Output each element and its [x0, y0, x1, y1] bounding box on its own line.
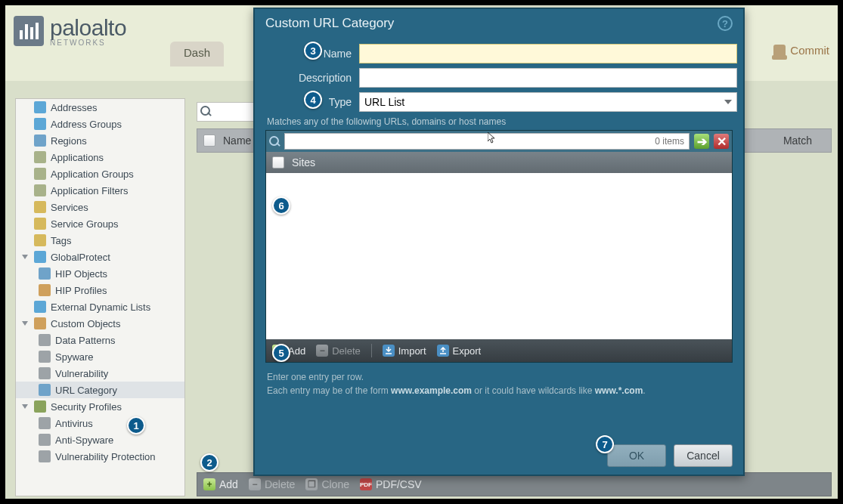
sidebar-item-label: Address Groups [51, 119, 122, 130]
close-icon[interactable]: ✕ [714, 134, 729, 149]
sidebar-item-label: HIP Profiles [55, 285, 107, 296]
type-select[interactable]: URL List [359, 92, 737, 112]
tree-node-icon [39, 417, 51, 429]
dialog-footer: OK Cancel [607, 444, 733, 467]
callout-4: 4 [304, 91, 322, 109]
sites-export-label: Export [453, 345, 482, 357]
sidebar-item-security-profiles[interactable]: Security Profiles [16, 398, 184, 415]
sidebar-item-label: Service Groups [51, 218, 119, 230]
tree-node-icon [39, 434, 51, 446]
grid-col-name[interactable]: Name [223, 135, 251, 147]
sidebar-item-vulnerability-protection[interactable]: Vulnerability Protection [16, 448, 184, 465]
ok-button[interactable]: OK [607, 444, 666, 467]
sidebar-item-label: Application Filters [51, 185, 129, 196]
sidebar-item-globalprotect[interactable]: GlobalProtect [16, 249, 184, 265]
description-input[interactable] [359, 68, 737, 88]
bottom-add-button[interactable]: + Add [203, 478, 238, 490]
sidebar-item-url-category[interactable]: URL Category [16, 382, 184, 398]
match-hint: Matches any of the following URLs, domai… [267, 116, 737, 127]
sidebar-item-data-patterns[interactable]: Data Patterns [16, 332, 184, 348]
main-search[interactable] [197, 102, 257, 122]
bottom-delete-button: − Delete [249, 478, 295, 490]
expand-icon[interactable] [22, 404, 28, 409]
sidebar-item-application-filters[interactable]: Application Filters [16, 182, 184, 199]
sites-panel: ➔ ✕ Sites + Add − Delete [265, 130, 733, 363]
sidebar-item-address-groups[interactable]: Address Groups [16, 116, 184, 132]
sidebar-item-label: External Dynamic Lists [51, 301, 150, 313]
sites-delete-label: Delete [332, 345, 361, 357]
callout-3: 3 [304, 42, 322, 60]
sidebar-item-custom-objects[interactable]: Custom Objects [16, 315, 184, 332]
callout-5: 5 [272, 344, 290, 362]
minus-icon: − [316, 345, 328, 357]
expand-icon[interactable] [22, 321, 28, 326]
sidebar-item-spyware[interactable]: Spyware [16, 348, 184, 365]
callout-2: 2 [200, 453, 218, 472]
tree-node-icon [34, 101, 46, 113]
sites-select-all-checkbox[interactable] [272, 156, 284, 169]
sites-import-button[interactable]: Import [383, 345, 426, 357]
type-value: URL List [364, 96, 404, 108]
help-icon[interactable]: ? [717, 16, 733, 31]
sites-delete-button: − Delete [316, 345, 361, 357]
sites-list-body[interactable] [266, 173, 732, 339]
tree-node-icon [34, 135, 46, 147]
sidebar-item-vulnerability[interactable]: Vulnerability [16, 365, 184, 382]
hint-2d: www.*.com [595, 385, 643, 396]
hint-line-2: Each entry may be of the form www.exampl… [267, 384, 731, 397]
sidebar-item-label: Addresses [51, 102, 97, 113]
brand-logo-text: paloalto [50, 15, 126, 41]
sidebar-item-applications[interactable]: Applications [16, 149, 184, 165]
sidebar-item-label: Anti-Spyware [55, 434, 113, 446]
sidebar-item-label: URL Category [55, 385, 117, 396]
tree-node-icon [39, 450, 51, 462]
brand-logo: paloalto NETWORKS [14, 15, 126, 47]
sidebar-item-regions[interactable]: Regions [16, 132, 184, 149]
sidebar-item-services[interactable]: Services [16, 199, 184, 215]
sidebar-item-label: Tags [51, 235, 71, 246]
sidebar-item-label: Vulnerability Protection [55, 451, 155, 462]
tree-node-icon [39, 367, 51, 379]
import-icon [383, 345, 395, 357]
sidebar-item-external-dynamic-lists[interactable]: External Dynamic Lists [16, 298, 184, 315]
sites-toolbar: + Add − Delete Import Export [266, 339, 732, 362]
tree-node-icon [34, 251, 46, 263]
bottom-pdfcsv-button[interactable]: PDF PDF/CSV [360, 478, 422, 490]
tree-node-icon [34, 151, 46, 163]
bottom-delete-label: Delete [265, 478, 295, 490]
dialog-title-bar[interactable]: Custom URL Category ? [255, 9, 743, 38]
sidebar-item-label: Data Patterns [55, 335, 116, 346]
sites-search-input[interactable] [284, 133, 690, 150]
sidebar[interactable]: AddressesAddress GroupsRegionsApplicatio… [15, 98, 185, 496]
expand-icon[interactable] [22, 255, 28, 259]
sites-add-label: Add [288, 345, 305, 357]
select-all-checkbox[interactable] [203, 135, 215, 147]
hint-2e: . [643, 385, 645, 396]
sites-export-button[interactable]: Export [437, 345, 482, 357]
callout-7: 7 [596, 435, 614, 453]
chevron-down-icon [724, 100, 732, 104]
cancel-button[interactable]: Cancel [674, 444, 733, 467]
search-icon [269, 136, 280, 147]
hint-2c: or it could have wildcards like [472, 385, 595, 396]
go-icon[interactable]: ➔ [694, 134, 709, 149]
sidebar-item-tags[interactable]: Tags [16, 232, 184, 249]
sidebar-item-label: Application Groups [51, 169, 134, 180]
tree-node-icon [34, 118, 46, 130]
sidebar-item-hip-profiles[interactable]: HIP Profiles [16, 282, 184, 298]
sidebar-item-application-groups[interactable]: Application Groups [16, 165, 184, 182]
tree-node-icon [34, 168, 46, 180]
tab-dashboard[interactable]: Dash [170, 42, 224, 66]
name-input[interactable] [359, 44, 737, 63]
sidebar-item-label: Custom Objects [51, 318, 120, 329]
sidebar-item-anti-spyware[interactable]: Anti-Spyware [16, 431, 184, 448]
sidebar-item-addresses[interactable]: Addresses [16, 99, 184, 116]
tree-node-icon [34, 184, 46, 196]
sidebar-item-service-groups[interactable]: Service Groups [16, 215, 184, 232]
hint-line-1: Enter one entry per row. [267, 370, 731, 384]
commit-button[interactable]: Commit [773, 44, 829, 57]
tree-node-icon [39, 267, 51, 280]
grid-col-match[interactable]: Match [783, 135, 812, 147]
sidebar-item-antivirus[interactable]: Antivirus [16, 415, 184, 431]
sidebar-item-hip-objects[interactable]: HIP Objects [16, 265, 184, 282]
